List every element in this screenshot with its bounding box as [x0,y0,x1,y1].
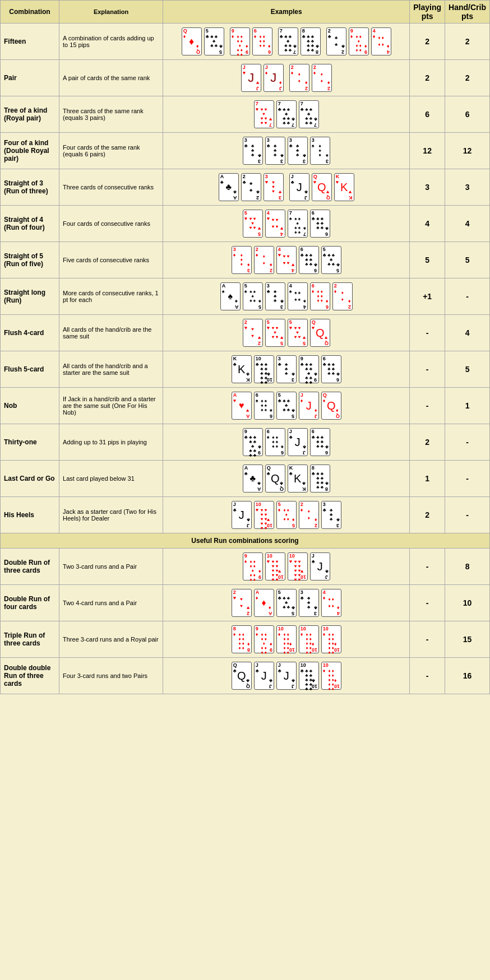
card-3-spades: 3♠ ♠ ♠ ♠ 3♠ [310,137,330,165]
card-10-hearts-hh: 10♥ ♥ ♥ ♥ ♥ ♥ ♥ ♥ ♥ ♥ ♥ 10♥ [254,501,274,529]
explanation-double-run-4: Two 4-card runs and a Pair [59,585,163,621]
explanation-his-heels: Jack as a starter card (Two for His Heel… [59,497,163,533]
card-group-drun3: 9♦ ♦ ♦ ♦ ♦ ♦ ♦ ♦ ♦ ♦ 9♦ 10♥ [242,552,331,581]
row-fifteen: Fifteen A combination of cards adding up… [1,24,490,60]
row-straight-3: Straight of 3 (Run of three) Three cards… [1,169,490,206]
handcrib-pts-double-run-3: 8 [445,549,490,585]
card-9-diamonds-dr3: 9♦ ♦ ♦ ♦ ♦ ♦ ♦ ♦ ♦ ♦ 9♦ [243,552,263,580]
explanation-thirty-one: Adding up to 31 pips in playing [59,424,163,461]
examples-thirty-one: 9♣ ♣ ♣ ♣ ♣ ♣ ♣ ♣ ♣ ♣ 9♣ 6♠ [163,424,410,461]
examples-straight-long: A♠ ♠ A♠ 5♠ ♠ ♠ ♠ ♠ ♠ 5♠ [163,278,410,315]
scoring-table: Combination Explanation Examples Playing… [0,0,490,694]
playing-pts-flush-4: - [410,315,445,351]
card-9-diamonds: 9♦ ♦ ♦ ♦ ♦ ♦ ♦ ♦ ♦ ♦ 9♦ [230,27,250,55]
card-5-spades-long: 5♠ ♠ ♠ ♠ ♠ ♠ 5♠ [243,282,263,310]
handcrib-pts-straight-5: 5 [445,242,490,278]
combination-last-card: Last Card or Go [1,461,59,497]
row-flush-5: Flush 5-card All cards of the hand/crib … [1,351,490,388]
explanation-nob: If Jack in a hand/crib and a starter are… [59,388,163,424]
handcrib-pts-last-card: - [445,461,490,497]
explanation-flush-5: All cards of the hand/crib and a starter… [59,351,163,388]
card-2-hearts-flush: 2♥ ♥ ♥ 2♥ [243,319,263,347]
card-group-22: 2♦ ♦ ♦ 2♦ 2♦ ♦ ♦ [289,63,332,92]
combination-triple-run-3: Triple Run of three cards [1,621,59,658]
handcrib-pts-four-of-a-kind: 12 [445,133,490,169]
playing-pts-double-run-3: - [410,549,445,585]
card-3-clubs-c: 3♣ ♣ ♣ ♣ 3♣ [288,137,308,165]
row-last-card: Last Card or Go Last card played below 3… [1,461,490,497]
row-three-of-a-kind: Tree of a kind (Royal pair) Three cards … [1,96,490,133]
card-group-32456: 3♦ ♦ ♦ ♦ 3♦ 2♦ ♦ ♦ [231,245,342,275]
card-jack-clubs-ddr3: J♣ J J♣ [254,662,274,690]
card-7-clubs: 7♣ ♣ ♣ ♣ ♣ ♣ ♣ ♣ 7♣ [278,27,298,55]
card-5-hearts-flush: 5♥ ♥ ♥ ♥ ♥ ♥ 5♥ [265,319,285,347]
card-7-clubs-3: 7♣ ♣ ♣ ♣ ♣ ♣ ♣ ♣ 7♣ [299,100,319,128]
explanation-straight-long: More cards of consecutive ranks, 1 pt fo… [59,278,163,315]
row-straight-4: Straight of 4 (Run of four) Four cards o… [1,206,490,242]
card-4-hearts-run: 4♥ ♥ ♥ ♥ ♥ 4♥ [265,210,285,238]
combination-straight-long: Straight long (Run) [1,278,59,315]
header-combination: Combination [1,1,59,24]
card-6-spades-run: 6♣ ♣ ♣ ♣ ♣ ♣ ♣ 6♣ [299,246,319,274]
card-group-777: 7♥ ♥ ♥ ♥ ♥ ♥ ♥ ♥ 7♥ 7♣ [253,100,320,129]
playing-pts-four-of-a-kind: 12 [410,133,445,169]
playing-pts-last-card: 1 [410,461,445,497]
card-7-hearts: 7♥ ♥ ♥ ♥ ♥ ♥ ♥ ♥ 7♥ [254,100,274,128]
examples-four-of-a-kind: 3♣ ♣ ♣ ♣ 3♣ 3♣ ♣ ♣ [163,133,410,169]
section-header-useful-runs: Useful Run combinations scoring [1,533,490,549]
card-jack-clubs: J♣ J J♣ [289,173,309,201]
explanation-double-run-3: Two 3-card runs and a Pair [59,549,163,585]
card-queen-clubs-lc: Q♣ Q Q♣ [265,465,285,493]
card-group-long-run: A♠ ♠ A♠ 5♠ ♠ ♠ ♠ ♠ ♠ 5♠ [220,282,353,311]
card-ace-diamonds-dr4: A♦ ♦ A♦ [254,589,274,617]
explanation-last-card: Last card played below 31 [59,461,163,497]
row-nob: Nob If Jack in a hand/crib and a starter… [1,388,490,424]
card-queen-diamonds-nob: Q♦ Q Q♦ [321,392,341,420]
card-6-clubs-31: 6♣ ♣ ♣ ♣ ♣ ♣ ♣ 6♣ [310,428,330,456]
row-flush-4: Flush 4-card All cards of the hand/crib … [1,315,490,351]
handcrib-pts-pair: 2 [445,60,490,96]
row-his-heels: His Heels Jack as a starter card (Two fo… [1,497,490,533]
examples-double-run-4: 2♥ ♥ ♥ 2♥ A♦ ♦ A♦ [163,585,410,621]
card-jack-clubs-hh: J♣ J J♣ [232,501,252,529]
combination-flush-4: Flush 4-card [1,315,59,351]
explanation-flush-4: All cards of the hand/crib are the same … [59,315,163,351]
card-5-hearts-run: 5♥ ♥ ♥ ♥ ♥ ♥ 5♥ [243,210,263,238]
card-9-clubs-31: 9♣ ♣ ♣ ♣ ♣ ♣ ♣ ♣ ♣ ♣ 9♣ [243,428,263,456]
card-10-diamonds-tr3-2: 10♦ ♦ ♦ ♦ ♦ ♦ ♦ ♦ ♦ ♦ ♦ 10♦ [299,625,319,653]
playing-pts-triple-run-3: - [410,621,445,658]
row-double-run-4: Double Run of four cards Two 4-card runs… [1,585,490,621]
header-playing-pts: Playing pts [410,1,445,24]
combination-fifteen: Fifteen [1,24,59,60]
playing-pts-straight-4: 4 [410,206,445,242]
card-group-q5: Q♦ ♦ Q♦ 5♣ ♣ ♣ ♣ ♣ ♣ 5♣ [181,27,225,56]
card-6-clubs-run: 6♣ ♣ ♣ ♣ ♣ ♣ ♣ 6♣ [310,210,330,238]
card-2-diamonds-hh: 2♦ ♦ ♦ 2♦ [299,501,319,529]
card-group-31: 9♣ ♣ ♣ ♣ ♣ ♣ ♣ ♣ ♣ ♣ 9♣ 6♠ [242,428,331,457]
card-10-diamonds-tr3-3: 10♦ ♦ ♦ ♦ ♦ ♦ ♦ ♦ ♦ ♦ ♦ 10♦ [321,625,341,653]
card-10-hearts-dr3-2: 10♥ ♥ ♥ ♥ ♥ ♥ ♥ ♥ ♥ ♥ ♥ 10♥ [288,552,308,580]
handcrib-pts-his-heels: - [445,497,490,533]
card-group-3333: 3♣ ♣ ♣ ♣ 3♣ 3♣ ♣ ♣ [242,136,331,165]
card-2-diamonds: 2♦ ♦ ♦ 2♦ [289,64,309,92]
card-ace-spades: A♠ ♠ A♠ [220,282,241,310]
explanation-three-of-a-kind: Three cards of the same rank (equals 3 p… [59,96,163,133]
row-four-of-a-kind: Four of a kind (Double Royal pair) Four … [1,133,490,169]
card-10-diamonds-tr3: 10♦ ♦ ♦ ♦ ♦ ♦ ♦ ♦ ♦ ♦ ♦ 10♦ [276,625,297,653]
examples-straight-3: A♣ ♣ A♣ 2♣ ♣ ♣ 2♣ [163,169,410,206]
row-double-double-run-3: Double double Run of three cards Four 3-… [1,658,490,694]
examples-flush-4: 2♥ ♥ ♥ 2♥ 5♥ ♥ ♥ ♥ ♥ [163,315,410,351]
card-jack-clubs-dr3: J♣ J J♣ [310,552,330,580]
playing-pts-pair: 2 [410,60,445,96]
playing-pts-his-heels: 2 [410,497,445,533]
card-5-diamonds-hh: 5♦ ♦ ♦ ♦ ♦ ♦ 5♦ [276,501,297,529]
card-group-lastcard: A♣ ♣ A♣ Q♣ Q Q♣ K♣ K K♣ [242,464,331,493]
card-ace-hearts-nob: A♥ ♥ A♥ [232,392,252,420]
card-3-clubs-b: 3♣ ♣ ♣ ♣ 3♣ [265,137,285,165]
card-5-spades: 5♣ ♣ ♣ ♣ ♣ ♣ 5♣ [204,27,224,55]
combination-nob: Nob [1,388,59,424]
examples-his-heels: J♣ J J♣ 10♥ ♥ ♥ ♥ ♥ ♥ ♥ ♥ ♥ ♥ ♥ [163,497,410,533]
playing-pts-three-of-a-kind: 6 [410,96,445,133]
explanation-straight-5: Five cards of consecutive ranks [59,242,163,278]
card-queen-diamonds: Q♦ ♦ Q♦ [182,27,202,55]
